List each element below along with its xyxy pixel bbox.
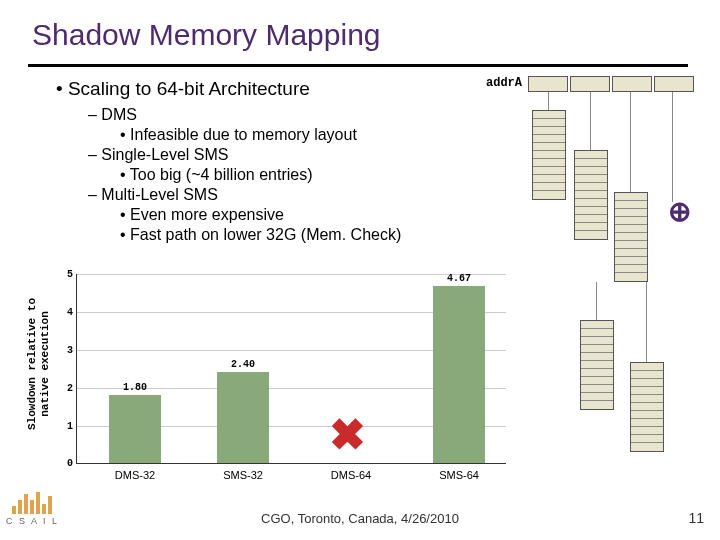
page-table: [580, 320, 614, 410]
bullet-l3: Infeasible due to memory layout: [120, 126, 576, 144]
bar-value: 1.80: [100, 382, 170, 393]
bar-category: SMS-64: [414, 469, 504, 481]
bullet-l3: Fast path on lower 32G (Mem. Check): [120, 226, 576, 244]
connector: [590, 92, 591, 150]
bar-category: SMS-32: [198, 469, 288, 481]
connector: [646, 282, 647, 362]
ytick: 2: [61, 383, 73, 394]
bar-sms64: [433, 286, 485, 463]
bar-dms32: [109, 395, 161, 463]
title-rule: [28, 64, 688, 67]
footer: CGO, Toronto, Canada, 4/26/2010: [0, 511, 720, 526]
page-table: [614, 192, 648, 282]
page-number: 11: [688, 510, 704, 526]
bullet-l2: Single-Level SMS: [88, 146, 576, 164]
bar-value: 2.40: [208, 359, 278, 370]
bar-value: 4.67: [424, 273, 494, 284]
bullet-list: Scaling to 64-bit Architecture DMS Infea…: [56, 76, 576, 246]
ytick: 0: [61, 458, 73, 469]
logo-text: C S A I L: [6, 516, 62, 526]
combine-icon: ⊕: [668, 195, 691, 228]
connector: [630, 92, 631, 192]
bullet-l2: Multi-Level SMS: [88, 186, 576, 204]
bar-category: DMS-64: [306, 469, 396, 481]
connector: [672, 92, 673, 202]
bullet-l1: Scaling to 64-bit Architecture: [56, 78, 576, 100]
bullet-l3: Even more expensive: [120, 206, 576, 224]
page-table: [630, 362, 664, 452]
chart-plot: 5 4 3 2 1 0 1.80 DMS-32 2.40 SMS-32 ✖ DM…: [76, 274, 506, 464]
chart-ylabel: Slowdown relative to native execution: [26, 264, 66, 464]
bullet-l2: DMS: [88, 106, 576, 124]
page-table: [574, 150, 608, 240]
ytick: 1: [61, 421, 73, 432]
ytick: 3: [61, 345, 73, 356]
infeasible-mark-icon: ✖: [329, 413, 366, 457]
csail-logo: C S A I L: [6, 490, 62, 534]
bullet-l3: Too big (~4 billion entries): [120, 166, 576, 184]
ytick: 5: [61, 269, 73, 280]
bar-sms32: [217, 372, 269, 463]
slide-title: Shadow Memory Mapping: [32, 18, 381, 52]
connector: [596, 282, 597, 320]
slowdown-chart: Slowdown relative to native execution 5 …: [70, 274, 530, 494]
ytick: 4: [61, 307, 73, 318]
bar-category: DMS-32: [90, 469, 180, 481]
